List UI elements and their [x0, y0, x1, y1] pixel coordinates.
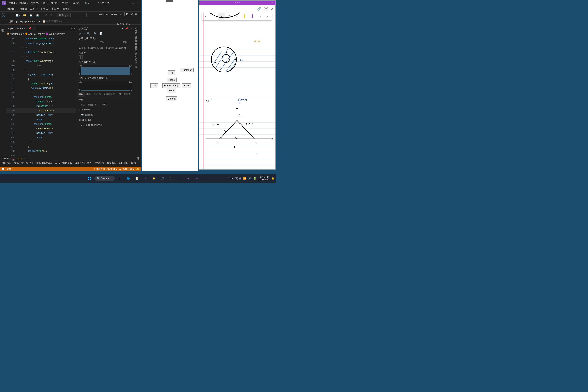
tab-memory[interactable]: 内存使用率 [102, 92, 117, 97]
expand-icon[interactable]: ⤢ [271, 7, 273, 11]
team-explorer-tab[interactable]: 团队资源管理器 [134, 40, 138, 42]
app-taskbar-icon[interactable]: ▫ [202, 175, 209, 182]
register-button[interactable]: RegisterOnly [162, 84, 180, 88]
mem-snapshot[interactable]: 📷 截取快照 [77, 112, 134, 117]
bottom-tab[interactable]: 断点 [87, 161, 92, 165]
open-icon[interactable]: 📂 [22, 13, 27, 17]
bottom-tab[interactable]: 辅助功能检查器 [35, 161, 53, 165]
notepad-icon[interactable]: 📝 [133, 175, 141, 182]
menu-project[interactable]: 项目(P) [51, 2, 59, 5]
redo-icon[interactable]: ↷ [49, 13, 53, 17]
battery-icon[interactable]: 🔋 [253, 177, 256, 180]
onenote-close-icon[interactable]: ✕ [272, 1, 274, 4]
bc-class[interactable]: 🔶 AppBarTest.A ▾ [25, 32, 45, 35]
link-icon[interactable]: 🔗 [257, 7, 261, 11]
pin-icon[interactable]: 📌 [28, 27, 31, 30]
notifications-icon[interactable]: 🔔 [271, 177, 274, 180]
bell-icon[interactable]: 🔔 [136, 168, 139, 171]
properties-tab[interactable]: 实时属性资源管理器 [134, 43, 138, 45]
tray-chevron-icon[interactable]: ^ [228, 177, 229, 180]
menu-git[interactable]: Git(G) [41, 2, 48, 4]
diag-dd-icon[interactable]: ▾ [122, 27, 123, 30]
vs-preview-taskbar-icon[interactable]: ◈ [193, 175, 200, 182]
bottom-tab[interactable]: XAML 绑定失败 [55, 161, 72, 165]
bottom-tab[interactable]: 输出 [131, 161, 136, 165]
tab-close-icon[interactable]: ✕ [33, 27, 35, 30]
right-button[interactable]: Right [182, 84, 191, 88]
explorer-icon[interactable]: 📁 [150, 175, 158, 182]
drag-dots-icon[interactable]: ● ● ● [235, 2, 240, 4]
process-dd-icon[interactable]: ⋮ [2, 20, 6, 24]
save-all-icon[interactable]: 💾 [35, 13, 40, 17]
ime-indicator[interactable]: 英 拼 [235, 177, 241, 180]
save-icon[interactable]: 💾 [28, 13, 34, 17]
bottom-tab[interactable]: 命令窗口 [107, 161, 116, 165]
repo-button[interactable]: 🗂 选择仓库 ▴ [119, 168, 134, 171]
bottom-button[interactable]: Bottom [166, 96, 178, 101]
onenote-icon[interactable]: N [142, 175, 149, 182]
menu-extensions[interactable]: 扩展(X) [40, 7, 49, 11]
bc-project[interactable]: 📦 AppBarTest ▾ [6, 32, 24, 35]
events-all[interactable]: ◦◦ 所有事件(0 个，共 0 个) [77, 102, 134, 107]
bc-method[interactable]: 🟣 WndProc(nin ▾ [45, 32, 64, 35]
cpu-record[interactable]: ● 记录 CPU 配置文件 [77, 123, 134, 128]
none-button[interactable]: None [167, 88, 176, 93]
tab-settings-icon[interactable]: ⚙ ▾ [71, 27, 75, 30]
menu-window[interactable]: 窗口(W) [51, 7, 60, 11]
zoom[interactable]: 100 % [2, 157, 8, 160]
editor-tab[interactable]: AppBarCreator.cs 📌 ✕ [6, 26, 37, 32]
xaml-preview-tab[interactable]: XAML 实时预览 [134, 26, 138, 36]
left-button[interactable]: Left [151, 84, 158, 88]
copilot-chat-tab[interactable]: GitHub Copilot 聊天 [134, 46, 138, 65]
nav-back-icon[interactable]: ← [2, 13, 5, 17]
menu-view[interactable]: 视图(V) [30, 2, 39, 5]
nav-arrows[interactable]: ↑ ↓ [24, 157, 27, 160]
menu-debug[interactable]: 调试(D) [73, 2, 81, 5]
onenote-canvas[interactable]: D L₂ L₁ As for e.g. 1. ∮ (x³–x²y L y=1+x… [199, 12, 275, 170]
menu-tools[interactable]: 工具(T) [30, 7, 37, 11]
diag-chart-icon[interactable]: 📊 [99, 32, 102, 35]
diag-zoomin-icon[interactable]: 🔍+ [87, 32, 91, 35]
start-button[interactable] [86, 175, 93, 182]
menu-edit[interactable]: 编辑(E) [19, 2, 27, 5]
lifecycle-dropdown[interactable]: 📋 生命周期事件 ▾ [42, 20, 63, 23]
timeline[interactable]: 30秒 40秒 [79, 41, 132, 46]
config-dropdown[interactable]: Debug ▾ [57, 13, 71, 17]
wifi-icon[interactable]: 📶 [243, 177, 246, 180]
onenote-titlebar[interactable]: ● ● ● ✕ [199, 0, 275, 5]
onedrive-icon[interactable]: ☁ [231, 177, 233, 180]
tab-counters[interactable]: 计数器 [92, 92, 102, 97]
menu-build[interactable]: 生成(B) [62, 2, 70, 5]
diag-pin-icon[interactable]: 📌 [125, 27, 128, 30]
math-icon[interactable]: ∀ [264, 6, 268, 11]
maximize-icon[interactable]: ▢ [132, 1, 134, 4]
vs-logo-icon[interactable]: PRE [2, 1, 6, 5]
minimize-icon[interactable]: — [126, 1, 128, 4]
live-visual-tree-tab[interactable]: 实时可视化树 [0, 26, 5, 28]
memory-section[interactable]: 进程内存 (MB) ▮G ▼快 ●专… [77, 60, 134, 64]
menu-test[interactable]: 测试(S) [7, 7, 15, 11]
diag-zoomout-icon[interactable]: 🔍- [94, 32, 97, 35]
vs-taskbar-icon[interactable]: ◈ [185, 175, 192, 182]
process-dropdown[interactable]: [1748] AppBarTest.e ▾ [16, 20, 40, 23]
new-file-icon[interactable]: 📄▾ [14, 13, 21, 17]
warning-icon[interactable]: ▲ 1 [17, 157, 22, 160]
top-button[interactable]: Top [168, 70, 175, 75]
copilot-button[interactable]: ⎈ GitHub Copilot [99, 13, 117, 16]
scm-button[interactable]: ↑ 添加到源代码管理 ▴ [94, 168, 117, 171]
bottom-tab[interactable]: 即时窗口 [119, 161, 129, 165]
nav-fwd-icon[interactable]: → [6, 13, 11, 17]
more-debug-icon[interactable]: … [64, 20, 69, 24]
diag-export-icon[interactable]: ⇥ [83, 32, 85, 35]
memory-chart[interactable]: 171 171 0 0 [79, 65, 132, 75]
tab-events[interactable]: 事件 [85, 92, 92, 97]
cpu-section[interactable]: CPU (所有处理器的百分比) [77, 76, 134, 80]
phone-icon[interactable]: 📱 [168, 175, 175, 182]
diag-close-icon[interactable]: ✕ [130, 27, 132, 30]
search-icon[interactable]: 🔍 ▾ [84, 2, 89, 4]
drag-handle[interactable] [166, 0, 173, 2]
events-section[interactable]: 事件 [77, 51, 134, 56]
bottom-tab[interactable]: 局部变量 [14, 161, 24, 165]
menu-analyze[interactable]: 分析(N) [18, 7, 27, 11]
solution-explorer-tab[interactable]: 解决方案资源管理器 [134, 36, 138, 39]
